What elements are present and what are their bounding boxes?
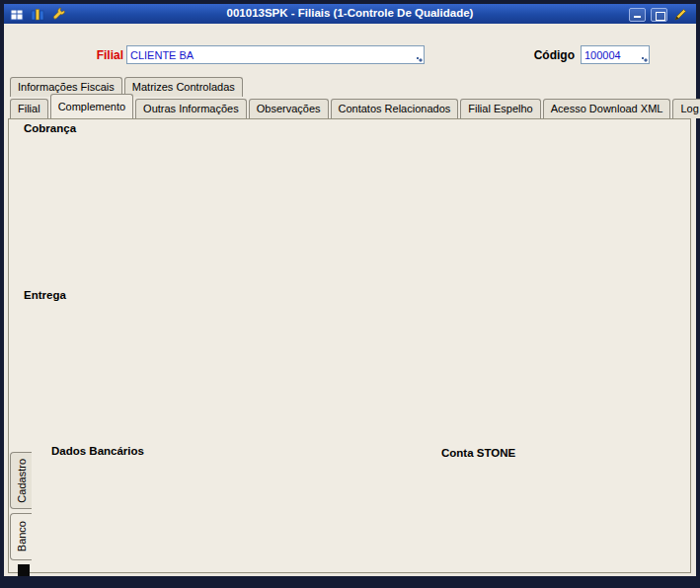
codigo-label: Código (515, 48, 575, 62)
filial-label: Filial (69, 48, 123, 62)
tab-contatos-relacionados[interactable]: Contatos Relacionados (331, 99, 459, 118)
tab-log[interactable]: Log (672, 99, 700, 118)
main-tabstrip: Filial Complemento Outras Informações Ob… (10, 99, 700, 118)
side-tab-cadastro[interactable]: Cadastro (10, 452, 32, 509)
tab-complemento[interactable]: Complemento (50, 94, 133, 118)
entrega-title: Entrega (20, 289, 70, 301)
titlebar-controls (629, 7, 688, 23)
codigo-input[interactable] (581, 45, 650, 64)
app-window: 001013SPK - Filiais (1-Controle De Quali… (0, 0, 700, 588)
dados-bancarios-title: Dados Bancários (47, 445, 148, 457)
tab-acesso-download-xml[interactable]: Acesso Download XML (543, 99, 671, 118)
tab-outras-informacoes[interactable]: Outras Informações (135, 99, 247, 118)
tab-observacoes[interactable]: Observações (249, 99, 329, 118)
minimize-button[interactable] (629, 8, 646, 22)
cobranca-title: Cobrança (20, 122, 80, 134)
tab-filial[interactable]: Filial (10, 99, 48, 118)
tab-filial-espelho[interactable]: Filial Espelho (460, 99, 540, 118)
conta-stone-title: Conta STONE (437, 447, 519, 459)
complemento-tab-panel (8, 118, 691, 573)
tab-matrizes-controladas[interactable]: Matrizes Controladas (124, 77, 243, 97)
maximize-button[interactable] (651, 8, 667, 22)
window-title: 001013SPK - Filiais (1-Controle De Quali… (4, 7, 696, 19)
filial-input[interactable] (126, 45, 425, 64)
side-tab-strip-mark (18, 564, 30, 576)
side-tab-banco[interactable]: Banco (10, 513, 32, 560)
titlebar: 001013SPK - Filiais (1-Controle De Quali… (4, 4, 696, 24)
edit-pencil-icon[interactable] (672, 7, 688, 23)
